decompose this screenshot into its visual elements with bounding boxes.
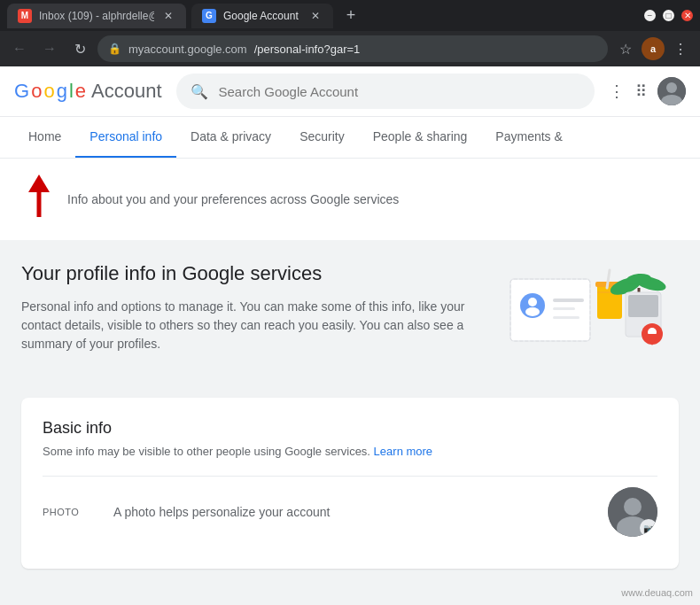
header-right: ⋮ ⠿ bbox=[609, 77, 686, 105]
forward-button[interactable]: → bbox=[37, 36, 62, 61]
profile-text: Your profile info in Google services Per… bbox=[21, 261, 480, 353]
tab-google-account-close[interactable]: ✕ bbox=[308, 9, 323, 23]
minimize-button[interactable]: − bbox=[644, 10, 656, 21]
tab-personal-info[interactable]: Personal info bbox=[75, 117, 176, 158]
svg-point-8 bbox=[528, 298, 537, 306]
browser-profile-avatar[interactable]: a bbox=[642, 37, 665, 60]
basic-info-title: Basic info bbox=[43, 419, 657, 438]
google-account-favicon: G bbox=[202, 9, 216, 23]
back-button[interactable]: ← bbox=[7, 36, 32, 61]
photo-avatar[interactable]: 📷 bbox=[608, 487, 657, 537]
search-input[interactable] bbox=[219, 84, 580, 99]
photo-label: PHOTO bbox=[43, 507, 113, 517]
more-options-icon[interactable]: ⋮ bbox=[609, 81, 625, 101]
svg-point-9 bbox=[525, 307, 540, 316]
tab-payments[interactable]: Payments & bbox=[481, 117, 576, 158]
camera-badge: 📷 bbox=[640, 519, 657, 537]
watermark: www.deuaq.com bbox=[621, 587, 693, 598]
tab-gmail-label: Inbox (109) - alphrdelle@gmail.c... bbox=[39, 10, 154, 22]
svg-point-1 bbox=[666, 82, 677, 93]
refresh-button[interactable]: ↻ bbox=[67, 36, 92, 61]
nav-tabs: Home Personal info Data & privacy Securi… bbox=[0, 117, 700, 159]
svg-rect-23 bbox=[628, 295, 658, 317]
lock-icon: 🔒 bbox=[108, 43, 121, 55]
toolbar-actions: ☆ a ⋮ bbox=[613, 36, 693, 61]
window-controls: − □ ✕ bbox=[644, 10, 693, 21]
page-subtitle: Info about you and your preferences acro… bbox=[67, 192, 399, 206]
page-title-section: Info about you and your preferences acro… bbox=[0, 159, 700, 240]
logo-g2: g bbox=[57, 80, 67, 103]
tab-google-account[interactable]: G Google Account ✕ bbox=[191, 4, 333, 28]
profile-description: Personal info and options to manage it. … bbox=[21, 298, 480, 353]
browser-toolbar: ← → ↻ 🔒 myaccount.google.com /personal-i… bbox=[0, 31, 700, 66]
svg-marker-4 bbox=[28, 175, 50, 192]
logo-g: G bbox=[14, 80, 29, 103]
logo-account-label: Account bbox=[91, 80, 162, 103]
search-bar[interactable]: 🔍 bbox=[176, 74, 595, 109]
gmail-favicon: M bbox=[18, 9, 32, 23]
user-avatar-image bbox=[657, 77, 686, 105]
page-header: G o o g l e Account 🔍 ⋮ ⠿ bbox=[0, 66, 700, 117]
user-avatar[interactable] bbox=[657, 77, 686, 105]
new-tab-button[interactable]: + bbox=[338, 4, 363, 28]
tab-people-sharing[interactable]: People & sharing bbox=[359, 117, 482, 158]
svg-rect-12 bbox=[553, 316, 579, 319]
red-arrow-icon bbox=[21, 173, 57, 226]
address-bar[interactable]: 🔒 myaccount.google.com /personal-info?ga… bbox=[97, 35, 608, 62]
basic-info-subtitle: Some info may be visible to other people… bbox=[43, 445, 657, 458]
url-secure: myaccount.google.com bbox=[128, 43, 247, 56]
tab-gmail-close[interactable]: ✕ bbox=[161, 9, 175, 23]
profile-illustration-svg bbox=[502, 261, 679, 376]
tab-home[interactable]: Home bbox=[14, 117, 75, 158]
photo-row[interactable]: PHOTO A photo helps personalize your acc… bbox=[43, 476, 657, 547]
apps-icon[interactable]: ⠿ bbox=[635, 81, 647, 101]
more-icon[interactable]: ⋮ bbox=[668, 36, 693, 61]
logo-o2: o bbox=[43, 80, 54, 103]
profile-title: Your profile info in Google services bbox=[21, 261, 480, 287]
logo-e: e bbox=[75, 80, 86, 103]
learn-more-link[interactable]: Learn more bbox=[374, 445, 432, 458]
tab-data-privacy[interactable]: Data & privacy bbox=[176, 117, 285, 158]
logo-o1: o bbox=[31, 80, 42, 103]
main-content: Info about you and your preferences acro… bbox=[0, 159, 700, 605]
basic-info-card: Basic info Some info may be visible to o… bbox=[21, 398, 679, 569]
maximize-button[interactable]: □ bbox=[663, 10, 674, 21]
page-wrapper: G o o g l e Account 🔍 ⋮ ⠿ Home bbox=[0, 66, 700, 605]
svg-rect-10 bbox=[553, 299, 584, 302]
close-button[interactable]: ✕ bbox=[681, 10, 693, 21]
bookmark-icon[interactable]: ☆ bbox=[613, 36, 638, 61]
url-path: /personal-info?gar=1 bbox=[254, 43, 361, 56]
svg-point-28 bbox=[624, 498, 642, 516]
photo-description: A photo helps personalize your account bbox=[113, 505, 608, 519]
search-icon: 🔍 bbox=[191, 83, 208, 100]
profile-intro: Your profile info in Google services Per… bbox=[21, 261, 679, 376]
google-logo: G o o g l e Account bbox=[14, 80, 162, 103]
tab-security[interactable]: Security bbox=[285, 117, 359, 158]
svg-rect-11 bbox=[553, 307, 575, 310]
tab-gmail[interactable]: M Inbox (109) - alphrdelle@gmail.c... ✕ bbox=[7, 4, 186, 28]
tab-google-account-label: Google Account bbox=[223, 10, 299, 22]
arrow-annotation bbox=[21, 173, 57, 226]
content-area: Your profile info in Google services Per… bbox=[0, 240, 700, 590]
logo-l: l bbox=[69, 80, 74, 103]
browser-titlebar: M Inbox (109) - alphrdelle@gmail.c... ✕ … bbox=[0, 0, 700, 31]
profile-illustration bbox=[502, 261, 679, 376]
